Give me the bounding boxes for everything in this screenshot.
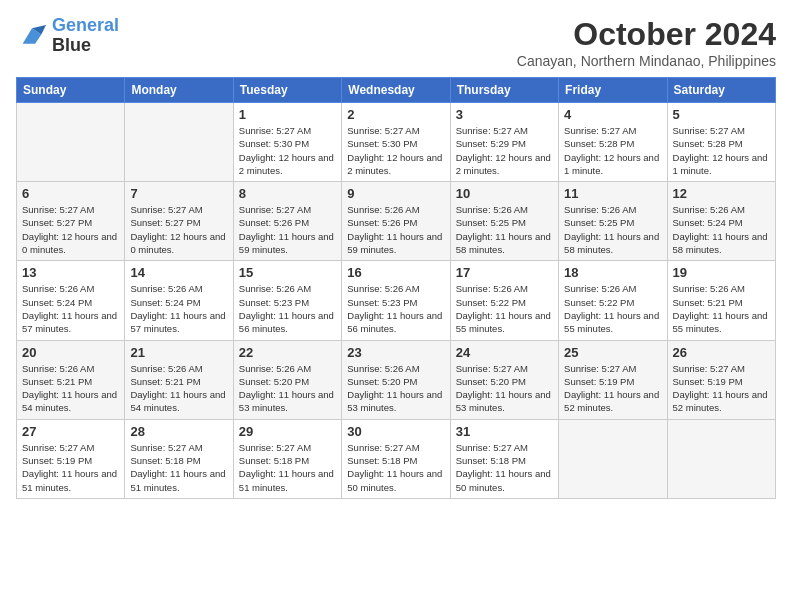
calendar-week-row: 20Sunrise: 5:26 AM Sunset: 5:21 PM Dayli… <box>17 340 776 419</box>
calendar-empty-cell <box>125 103 233 182</box>
calendar-day-2: 2Sunrise: 5:27 AM Sunset: 5:30 PM Daylig… <box>342 103 450 182</box>
day-info: Sunrise: 5:26 AM Sunset: 5:21 PM Dayligh… <box>130 362 227 415</box>
day-number: 27 <box>22 424 119 439</box>
day-number: 5 <box>673 107 770 122</box>
calendar-day-13: 13Sunrise: 5:26 AM Sunset: 5:24 PM Dayli… <box>17 261 125 340</box>
calendar-day-21: 21Sunrise: 5:26 AM Sunset: 5:21 PM Dayli… <box>125 340 233 419</box>
day-info: Sunrise: 5:26 AM Sunset: 5:24 PM Dayligh… <box>130 282 227 335</box>
weekday-header-row: SundayMondayTuesdayWednesdayThursdayFrid… <box>17 78 776 103</box>
calendar-day-3: 3Sunrise: 5:27 AM Sunset: 5:29 PM Daylig… <box>450 103 558 182</box>
day-number: 19 <box>673 265 770 280</box>
calendar-day-16: 16Sunrise: 5:26 AM Sunset: 5:23 PM Dayli… <box>342 261 450 340</box>
weekday-header-tuesday: Tuesday <box>233 78 341 103</box>
logo-icon <box>16 22 48 50</box>
calendar-week-row: 1Sunrise: 5:27 AM Sunset: 5:30 PM Daylig… <box>17 103 776 182</box>
weekday-header-sunday: Sunday <box>17 78 125 103</box>
day-number: 26 <box>673 345 770 360</box>
calendar-day-30: 30Sunrise: 5:27 AM Sunset: 5:18 PM Dayli… <box>342 419 450 498</box>
day-number: 9 <box>347 186 444 201</box>
day-info: Sunrise: 5:27 AM Sunset: 5:18 PM Dayligh… <box>456 441 553 494</box>
calendar-day-15: 15Sunrise: 5:26 AM Sunset: 5:23 PM Dayli… <box>233 261 341 340</box>
day-number: 17 <box>456 265 553 280</box>
logo-text: GeneralBlue <box>52 16 119 56</box>
calendar-table: SundayMondayTuesdayWednesdayThursdayFrid… <box>16 77 776 499</box>
day-number: 11 <box>564 186 661 201</box>
day-info: Sunrise: 5:26 AM Sunset: 5:25 PM Dayligh… <box>456 203 553 256</box>
day-info: Sunrise: 5:26 AM Sunset: 5:20 PM Dayligh… <box>239 362 336 415</box>
calendar-empty-cell <box>17 103 125 182</box>
weekday-header-saturday: Saturday <box>667 78 775 103</box>
day-number: 12 <box>673 186 770 201</box>
calendar-day-23: 23Sunrise: 5:26 AM Sunset: 5:20 PM Dayli… <box>342 340 450 419</box>
calendar-day-22: 22Sunrise: 5:26 AM Sunset: 5:20 PM Dayli… <box>233 340 341 419</box>
location: Canayan, Northern Mindanao, Philippines <box>517 53 776 69</box>
calendar-day-25: 25Sunrise: 5:27 AM Sunset: 5:19 PM Dayli… <box>559 340 667 419</box>
calendar-day-17: 17Sunrise: 5:26 AM Sunset: 5:22 PM Dayli… <box>450 261 558 340</box>
calendar-day-18: 18Sunrise: 5:26 AM Sunset: 5:22 PM Dayli… <box>559 261 667 340</box>
day-info: Sunrise: 5:27 AM Sunset: 5:30 PM Dayligh… <box>239 124 336 177</box>
day-number: 1 <box>239 107 336 122</box>
day-number: 16 <box>347 265 444 280</box>
day-number: 4 <box>564 107 661 122</box>
day-number: 21 <box>130 345 227 360</box>
day-number: 13 <box>22 265 119 280</box>
calendar-day-26: 26Sunrise: 5:27 AM Sunset: 5:19 PM Dayli… <box>667 340 775 419</box>
weekday-header-thursday: Thursday <box>450 78 558 103</box>
day-info: Sunrise: 5:27 AM Sunset: 5:30 PM Dayligh… <box>347 124 444 177</box>
calendar-day-6: 6Sunrise: 5:27 AM Sunset: 5:27 PM Daylig… <box>17 182 125 261</box>
calendar-day-7: 7Sunrise: 5:27 AM Sunset: 5:27 PM Daylig… <box>125 182 233 261</box>
day-info: Sunrise: 5:27 AM Sunset: 5:29 PM Dayligh… <box>456 124 553 177</box>
day-info: Sunrise: 5:26 AM Sunset: 5:24 PM Dayligh… <box>673 203 770 256</box>
weekday-header-friday: Friday <box>559 78 667 103</box>
calendar-week-row: 6Sunrise: 5:27 AM Sunset: 5:27 PM Daylig… <box>17 182 776 261</box>
day-info: Sunrise: 5:26 AM Sunset: 5:21 PM Dayligh… <box>673 282 770 335</box>
calendar-day-1: 1Sunrise: 5:27 AM Sunset: 5:30 PM Daylig… <box>233 103 341 182</box>
calendar-day-10: 10Sunrise: 5:26 AM Sunset: 5:25 PM Dayli… <box>450 182 558 261</box>
day-info: Sunrise: 5:27 AM Sunset: 5:28 PM Dayligh… <box>564 124 661 177</box>
day-number: 7 <box>130 186 227 201</box>
logo: GeneralBlue <box>16 16 119 56</box>
calendar-day-31: 31Sunrise: 5:27 AM Sunset: 5:18 PM Dayli… <box>450 419 558 498</box>
day-number: 10 <box>456 186 553 201</box>
calendar-empty-cell <box>667 419 775 498</box>
day-info: Sunrise: 5:26 AM Sunset: 5:20 PM Dayligh… <box>347 362 444 415</box>
day-info: Sunrise: 5:26 AM Sunset: 5:22 PM Dayligh… <box>564 282 661 335</box>
calendar-day-14: 14Sunrise: 5:26 AM Sunset: 5:24 PM Dayli… <box>125 261 233 340</box>
day-number: 31 <box>456 424 553 439</box>
day-info: Sunrise: 5:27 AM Sunset: 5:19 PM Dayligh… <box>22 441 119 494</box>
day-info: Sunrise: 5:27 AM Sunset: 5:18 PM Dayligh… <box>347 441 444 494</box>
calendar-day-28: 28Sunrise: 5:27 AM Sunset: 5:18 PM Dayli… <box>125 419 233 498</box>
day-number: 23 <box>347 345 444 360</box>
calendar-day-4: 4Sunrise: 5:27 AM Sunset: 5:28 PM Daylig… <box>559 103 667 182</box>
day-info: Sunrise: 5:26 AM Sunset: 5:21 PM Dayligh… <box>22 362 119 415</box>
day-number: 30 <box>347 424 444 439</box>
day-number: 28 <box>130 424 227 439</box>
day-info: Sunrise: 5:27 AM Sunset: 5:27 PM Dayligh… <box>130 203 227 256</box>
day-number: 24 <box>456 345 553 360</box>
day-info: Sunrise: 5:27 AM Sunset: 5:27 PM Dayligh… <box>22 203 119 256</box>
day-info: Sunrise: 5:27 AM Sunset: 5:18 PM Dayligh… <box>130 441 227 494</box>
day-info: Sunrise: 5:26 AM Sunset: 5:23 PM Dayligh… <box>239 282 336 335</box>
day-number: 15 <box>239 265 336 280</box>
calendar-week-row: 27Sunrise: 5:27 AM Sunset: 5:19 PM Dayli… <box>17 419 776 498</box>
day-number: 18 <box>564 265 661 280</box>
calendar-day-20: 20Sunrise: 5:26 AM Sunset: 5:21 PM Dayli… <box>17 340 125 419</box>
day-info: Sunrise: 5:26 AM Sunset: 5:25 PM Dayligh… <box>564 203 661 256</box>
day-info: Sunrise: 5:27 AM Sunset: 5:18 PM Dayligh… <box>239 441 336 494</box>
day-number: 6 <box>22 186 119 201</box>
calendar-day-12: 12Sunrise: 5:26 AM Sunset: 5:24 PM Dayli… <box>667 182 775 261</box>
day-number: 22 <box>239 345 336 360</box>
title-block: October 2024 Canayan, Northern Mindanao,… <box>517 16 776 69</box>
calendar-day-8: 8Sunrise: 5:27 AM Sunset: 5:26 PM Daylig… <box>233 182 341 261</box>
calendar-day-19: 19Sunrise: 5:26 AM Sunset: 5:21 PM Dayli… <box>667 261 775 340</box>
day-number: 2 <box>347 107 444 122</box>
calendar-day-5: 5Sunrise: 5:27 AM Sunset: 5:28 PM Daylig… <box>667 103 775 182</box>
day-info: Sunrise: 5:27 AM Sunset: 5:26 PM Dayligh… <box>239 203 336 256</box>
day-info: Sunrise: 5:26 AM Sunset: 5:24 PM Dayligh… <box>22 282 119 335</box>
weekday-header-monday: Monday <box>125 78 233 103</box>
day-info: Sunrise: 5:26 AM Sunset: 5:22 PM Dayligh… <box>456 282 553 335</box>
day-number: 3 <box>456 107 553 122</box>
calendar-day-29: 29Sunrise: 5:27 AM Sunset: 5:18 PM Dayli… <box>233 419 341 498</box>
calendar-day-27: 27Sunrise: 5:27 AM Sunset: 5:19 PM Dayli… <box>17 419 125 498</box>
month-title: October 2024 <box>517 16 776 53</box>
